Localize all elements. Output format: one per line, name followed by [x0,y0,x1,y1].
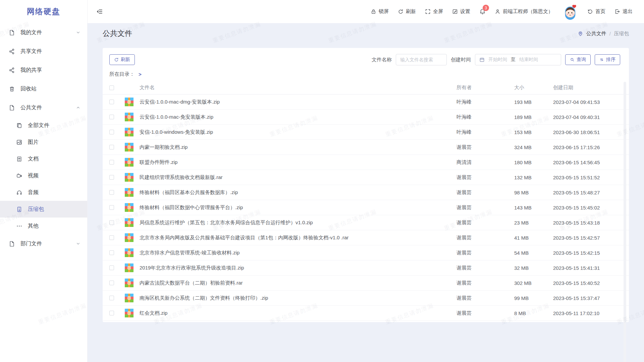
menu-fold-icon[interactable] [96,8,103,15]
file-size: 153 MB [514,129,553,135]
sidebar-item-label: 视频 [28,172,39,179]
avatar[interactable] [562,4,578,20]
directory-arrow[interactable]: > [139,71,142,77]
file-name[interactable]: 内蒙一期初验文档.zip [140,144,457,150]
refresh-button[interactable]: 刷新 [398,8,416,15]
table-row[interactable]: 南海区机关新办公系统（二期）文件资料（终验打印）.zip 谢晨芸 99 MB 2… [103,291,629,306]
share-icon [9,67,15,73]
file-name[interactable]: 内蒙古法院大数据平台（二期）初验前资料.rar [140,280,457,286]
file-name[interactable]: 红会文档.zip [140,310,457,316]
sort-button[interactable]: 排序 [595,54,620,65]
file-name[interactable]: 民建组织管理系统验收文档最新版.rar [140,174,457,181]
file-name[interactable]: 北京市排水户信息管理系统-竣工验收材料.zip [140,250,457,256]
list-refresh-button[interactable]: 刷新 [109,54,135,65]
breadcrumb-root[interactable]: 公共文件 [586,31,606,37]
file-size: 23 MB [514,220,553,226]
table-row[interactable]: 内蒙一期初验文档.zip 谢晨芸 324 MB 2023-06-15 17:15… [103,140,629,155]
sidebar-item-images[interactable]: 图片 [0,134,87,150]
table-row[interactable]: 红会文档.zip 谢晨芸 8 MB 2023-05-11 17:02:10 [103,306,629,321]
row-checkbox[interactable] [109,281,114,285]
filename-search-input[interactable] [396,54,447,65]
sidebar-item-videos[interactable]: 视频 [0,167,87,184]
file-name[interactable]: 终验材料（福田区基本公共服务数据库）.zip [140,189,457,196]
file-name[interactable]: 北京市水务局内网改版及公共服务基础平台建设项目（第1包：内网改版）终验验文档-v… [140,235,457,241]
row-checkbox[interactable] [109,145,114,149]
file-name[interactable]: 安信-1.0.0-windows-免安装版.zip [140,129,457,135]
table-row[interactable]: 云安信-1.0.0-mac-dmg-安装版本.zip 叶海峰 193 MB 20… [103,95,629,110]
row-checkbox[interactable] [109,311,114,315]
table-row[interactable]: 内蒙古法院大数据平台（二期）初验前资料.rar 谢晨芸 302 MB 2023-… [103,276,629,291]
row-checkbox[interactable] [109,205,114,210]
row-checkbox[interactable] [109,160,114,165]
row-checkbox[interactable] [109,175,114,180]
file-name[interactable]: 南海区机关新办公系统（二期）文件资料（终验打印）.zip [140,295,457,301]
zip-file-icon [125,128,133,136]
table-row[interactable]: 安信-1.0.0-windows-免安装版.zip 叶海峰 153 MB 202… [103,125,629,140]
table-row[interactable]: 局信息系统运行维护（第五包：北京市水务局综合信息平台运行维护）v1.0.zip … [103,215,629,230]
table-row[interactable]: 2019年北京市水行政审批系统升级改造项目.zip 谢晨芸 32 MB 2023… [103,260,629,276]
table-row[interactable]: 终验材料（福田区数据中心管理服务平台）.zip 谢晨芸 143 MB 2023-… [103,200,629,215]
sidebar-item-recycle-bin[interactable]: 回收站 [0,79,87,98]
sidebar-item-documents[interactable]: 文档 [0,150,87,167]
date-range-picker[interactable]: 开始时间 至 结束时间 [475,54,561,65]
column-header-date: 创建日期 [553,84,619,91]
user-menu[interactable]: 前端工程师（陈思文） [495,8,553,15]
zip-file-icon [125,203,133,212]
sidebar-item-audio[interactable]: 音频 [0,184,87,201]
file-owner: 叶海峰 [457,99,514,105]
row-checkbox[interactable] [109,190,114,195]
lock-icon [371,9,376,14]
home-button[interactable]: 首页 [587,8,605,15]
breadcrumb: 公共文件 / 压缩包 [578,31,629,37]
sidebar-item-my-files[interactable]: 我的文件 [0,23,87,42]
trash-icon [9,86,15,92]
file-owner: 谢晨芸 [457,280,514,286]
query-button[interactable]: 查询 [565,54,591,65]
table-row[interactable]: 民建组织管理系统验收文档最新版.rar 谢晨芸 132 MB 2023-05-1… [103,170,629,185]
row-checkbox[interactable] [109,296,114,300]
table-row[interactable]: 终验材料（福田区基本公共服务数据库）.zip 谢晨芸 98 MB 2023-05… [103,185,629,200]
notifications-button[interactable]: 3 [479,8,486,15]
logout-button[interactable]: 退出 [614,8,633,15]
sidebar-item-public-files[interactable]: 公共文件 [0,98,87,117]
zip-file-icon [125,98,133,106]
zip-file-icon [125,279,133,287]
notification-badge: 3 [483,5,489,11]
table-row[interactable]: 北京市排水户信息管理系统-竣工验收材料.zip 谢晨芸 54 MB 2023-0… [103,245,629,260]
lock-screen-button[interactable]: 锁屏 [371,8,389,15]
row-checkbox[interactable] [109,250,114,255]
zip-file-icon [125,143,133,152]
sidebar-item-shared-files[interactable]: 共享文件 [0,42,87,61]
table-row[interactable]: 云安信-1.0.0-mac-免安装版本.zip 叶海峰 189 MB 2023-… [103,110,629,125]
file-size: 193 MB [514,99,553,105]
select-all-checkbox[interactable] [109,85,114,90]
row-checkbox[interactable] [109,130,114,134]
file-date: 2023-05-15 15:42:15 [553,250,619,256]
table-scrollbar[interactable] [624,82,626,362]
file-size: 302 MB [514,280,553,286]
table-row[interactable]: 北京市水务局内网改版及公共服务基础平台建设项目（第1包：内网改版）终验验文档-v… [103,230,629,245]
row-checkbox[interactable] [109,100,114,104]
row-checkbox[interactable] [109,220,114,225]
file-date: 2023-05-15 15:40:52 [553,280,619,286]
table-row[interactable]: 联盟办件附件.zip 商清清 180 MB 2023-06-15 14:56:4… [103,155,629,170]
file-name[interactable]: 云安信-1.0.0-mac-免安装版本.zip [140,114,457,120]
files-icon [16,122,22,129]
file-owner: 谢晨芸 [457,189,514,196]
sidebar-item-archives[interactable]: 压缩包 [0,201,87,218]
fullscreen-button[interactable]: 全屏 [425,8,443,15]
settings-button[interactable]: 设置 [452,8,470,15]
file-date: 2023-06-15 14:56:45 [553,160,619,165]
sidebar-item-others[interactable]: 其他 [0,218,87,234]
file-name[interactable]: 云安信-1.0.0-mac-dmg-安装版本.zip [140,99,457,105]
file-name[interactable]: 2019年北京市水行政审批系统升级改造项目.zip [140,265,457,271]
file-name[interactable]: 终验材料（福田区数据中心管理服务平台）.zip [140,204,457,211]
row-checkbox[interactable] [109,235,114,240]
row-checkbox[interactable] [109,115,114,119]
sidebar-item-all-files[interactable]: 全部文件 [0,117,87,134]
sidebar-item-my-shares[interactable]: 我的共享 [0,61,87,79]
file-name[interactable]: 联盟办件附件.zip [140,159,457,166]
file-name[interactable]: 局信息系统运行维护（第五包：北京市水务局综合信息平台运行维护）v1.0.zip [140,220,457,226]
row-checkbox[interactable] [109,265,114,270]
sidebar-item-department-files[interactable]: 部门文件 [0,234,87,253]
